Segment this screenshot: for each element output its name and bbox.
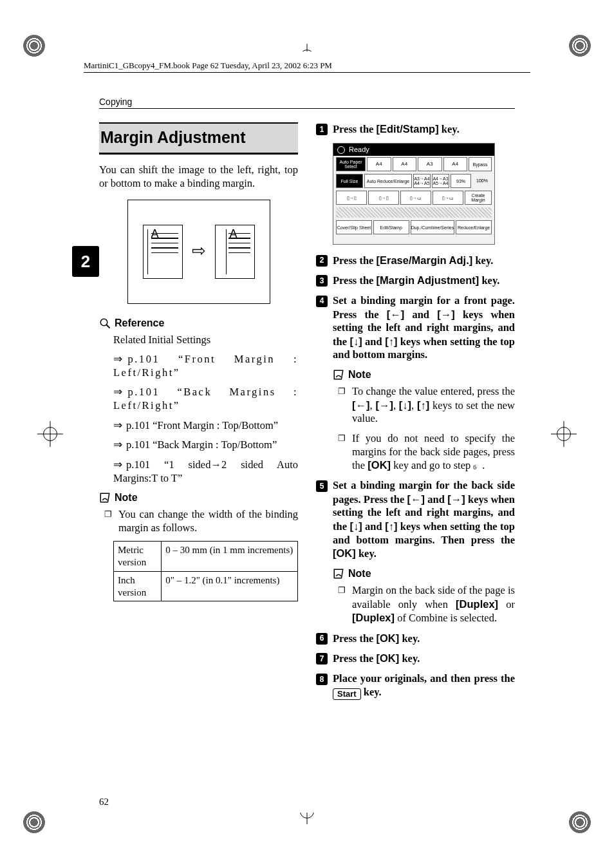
step-text: key.: [399, 652, 420, 665]
create-margin: Create Margin: [465, 191, 492, 205]
step-7: 7 Press the [OK] key.: [316, 652, 515, 666]
step-text: Press the: [333, 632, 377, 645]
ui-key-label: [Edit/Stamp]: [377, 123, 439, 135]
bottom-tab: Cover/Slip Sheet: [336, 220, 372, 234]
step-number-badge: 7: [316, 653, 328, 665]
note-heading: Note: [333, 567, 515, 580]
note-icon: [99, 492, 111, 504]
ui-key-label: [OK]: [333, 547, 356, 559]
note-icon: [333, 369, 344, 381]
reference-item: p.101 “Front Margin : Top/Bottom”: [113, 419, 298, 433]
table-cell: Inch version: [114, 571, 162, 601]
margin-diagram: A ⇨ A: [127, 200, 270, 304]
ui-key-label: [Duplex]: [456, 598, 498, 610]
auto-reduce-enlarge: Auto Reduce/Enlarge: [364, 174, 412, 188]
ui-key-label: [↓]: [399, 399, 411, 411]
step-number-badge: 6: [316, 633, 328, 645]
step-text: key.: [361, 686, 382, 698]
crosshair-right: [551, 421, 577, 447]
note-icon: [333, 568, 344, 580]
step-number-badge: 3: [316, 275, 328, 287]
ratio-preset: A4→A3 A5→A4: [432, 174, 449, 188]
step-text: Place your originals, and then press the: [333, 672, 515, 684]
note-text: ,: [411, 399, 417, 411]
icon-tile: ▯→▭: [433, 191, 463, 205]
bypass-tray: Bypass: [469, 157, 492, 171]
ui-key-label: [Duplex]: [352, 612, 395, 623]
step-text: key.: [439, 123, 460, 135]
ui-key-label: [Margin Adjustment]: [377, 274, 479, 286]
step-ref-badge: 6: [473, 464, 482, 473]
step-text: and: [404, 308, 437, 321]
ui-key-label: [OK]: [367, 459, 391, 471]
ui-key-label: [↑]: [385, 335, 397, 347]
note-item-text: You can change the width of the binding …: [118, 508, 298, 534]
reference-item: p.101 “1 sided→2 sided Auto Margins:T to…: [113, 458, 298, 485]
table-row: Metric version 0 – 30 mm (in 1 mm increm…: [114, 542, 298, 572]
note-heading-text: Note: [348, 368, 371, 381]
step-number-badge: 5: [316, 480, 328, 492]
step-5: 5 Set a binding margin for the back side…: [316, 479, 515, 561]
note-text: or: [498, 598, 515, 610]
step-6: 6 Press the [OK] key.: [316, 632, 515, 646]
section-title: Margin Adjustment: [99, 122, 298, 155]
svg-point-0: [100, 319, 107, 326]
right-column: 1 Press the [Edit/Stamp] key. Ready Auto…: [316, 122, 515, 793]
step-1: 1 Press the [Edit/Stamp] key.: [316, 122, 515, 137]
step-text: key.: [472, 254, 493, 267]
ui-key-label: [↑]: [417, 399, 429, 411]
ui-key-label: [←]: [352, 399, 370, 411]
bottom-tab: Edit/Stamp: [373, 220, 409, 234]
step-text: Press the: [333, 123, 377, 135]
reference-item: p.101 “Back Margin : Top/Bottom”: [113, 439, 298, 452]
step-text: key.: [479, 274, 499, 287]
note-text: ,: [393, 399, 399, 411]
left-column: Margin Adjustment You can shift the imag…: [99, 122, 298, 793]
ui-key-label: [Erase/Margin Adj.]: [377, 254, 473, 266]
note-heading-text: Note: [348, 567, 371, 580]
note-heading: Note: [99, 491, 298, 504]
ui-key-label: [→]: [447, 493, 465, 505]
reference-lead: Related Initial Settings: [113, 334, 298, 347]
tray: A4: [443, 157, 468, 171]
bottom-tab: Dup./Combine/Series: [411, 220, 455, 234]
page-number: 62: [99, 797, 109, 807]
note-heading-text: Note: [115, 491, 138, 504]
step-number-badge: 2: [316, 255, 328, 267]
step-number-badge: 8: [316, 674, 328, 685]
ui-key-label: [OK]: [377, 652, 400, 664]
regmark-bottom-right: [569, 811, 591, 833]
bullet-icon: [338, 385, 347, 426]
intro-paragraph: You can shift the image to the left, rig…: [99, 164, 298, 190]
auto-paper-select: Auto Paper Select: [336, 157, 366, 171]
running-head-text: MartiniC1_GBcopy4_FM.book Page 62 Tuesda…: [84, 61, 332, 70]
note-item: Margin on the back side of the page is a…: [338, 584, 515, 625]
note-text: .: [482, 459, 485, 471]
bullet-icon: [338, 432, 347, 473]
step-text: and: [362, 335, 385, 348]
step-2: 2 Press the [Erase/Margin Adj.] key.: [316, 254, 515, 268]
ui-key-label: [↓]: [349, 335, 362, 347]
reference-item: p.101 “Front Margin : Left/Right”: [113, 353, 298, 379]
reference-item: p.101 “Back Margins : Left/Right”: [113, 386, 298, 412]
reference-block: Related Initial Settings p.101 “Front Ma…: [113, 334, 298, 486]
note-heading: Note: [333, 368, 515, 381]
full-size-button: Full Size: [336, 174, 363, 188]
icon-tile: ▯→▯: [368, 191, 399, 205]
hatched-area: [336, 207, 492, 218]
diagram-letter-b: A: [230, 227, 237, 241]
regmark-top-left: [23, 35, 45, 57]
tray: A3: [418, 157, 442, 171]
diagram-page-before: A: [143, 225, 183, 279]
step-8: 8 Place your originals, and then press t…: [316, 672, 515, 700]
bullet-icon: [104, 508, 113, 534]
table-cell: 0" – 1.2" (in 0.1" increments): [162, 571, 298, 601]
table-row: Inch version 0" – 1.2" (in 0.1" incremen…: [114, 571, 298, 601]
ui-key-label: [←]: [387, 308, 405, 320]
note-text: key and go to step: [391, 459, 473, 471]
ui-key-label: [↑]: [385, 520, 397, 532]
reference-heading: Reference: [99, 317, 298, 330]
ui-key-label: [↓]: [349, 520, 362, 532]
note-text: To change the value entered, press the: [352, 385, 515, 397]
step-text: Press the: [333, 652, 377, 665]
